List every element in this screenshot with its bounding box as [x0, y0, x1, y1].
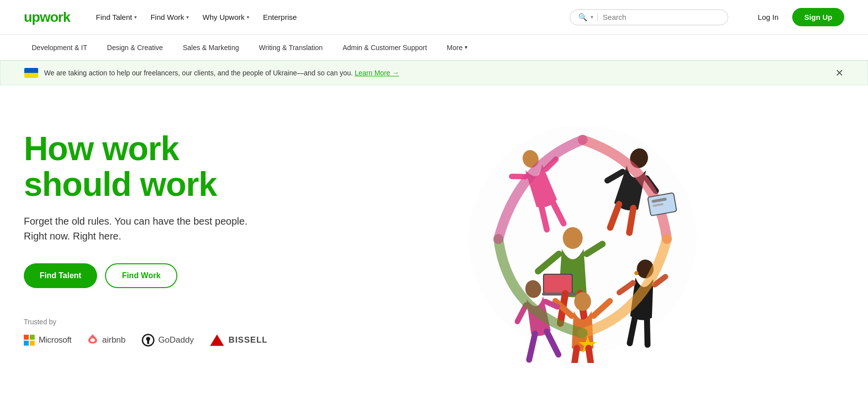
search-divider	[597, 13, 598, 21]
svg-rect-18	[542, 293, 576, 296]
svg-line-33	[573, 348, 577, 363]
svg-point-1	[146, 337, 150, 341]
microsoft-wordmark: Microsoft	[39, 335, 71, 345]
find-talent-chevron-icon: ▾	[134, 14, 137, 20]
svg-point-29	[574, 292, 591, 311]
hero-illustration	[459, 115, 706, 363]
find-talent-button[interactable]: Find Talent	[24, 263, 97, 288]
microsoft-icon	[24, 335, 35, 346]
hero-buttons: Find Talent Find Work	[24, 263, 321, 288]
secondary-nav: Development & IT Design & Creative Sales…	[0, 35, 868, 60]
godaddy-icon	[142, 334, 155, 347]
sec-nav-more[interactable]: More ▾	[439, 40, 476, 56]
sec-nav-admin[interactable]: Admin & Customer Support	[334, 40, 434, 56]
find-work-chevron-icon: ▾	[186, 14, 189, 20]
sec-nav-development[interactable]: Development & IT	[24, 40, 95, 56]
flag-yellow	[24, 73, 38, 78]
nav-find-work[interactable]: Find Work ▾	[145, 9, 195, 25]
signup-button[interactable]: Sign Up	[792, 8, 844, 26]
svg-point-15	[563, 227, 583, 249]
search-icon-group: 🔍 ▾	[578, 13, 599, 22]
hero-title: How work should work	[24, 131, 321, 202]
airbnb-logo: airbnb	[87, 334, 125, 347]
hero-subtitle: Forget the old rules. You can have the b…	[24, 214, 321, 243]
find-work-button[interactable]: Find Work	[105, 263, 177, 288]
nav-enterprise[interactable]: Enterprise	[257, 9, 303, 25]
sec-nav-design[interactable]: Design & Creative	[99, 40, 171, 56]
search-input[interactable]	[603, 13, 720, 21]
svg-line-34	[589, 348, 593, 363]
airbnb-wordmark: airbnb	[102, 335, 125, 345]
why-upwork-chevron-icon: ▾	[247, 14, 249, 20]
svg-line-28	[645, 317, 650, 345]
bissell-logo: BISSELL	[210, 334, 268, 347]
godaddy-wordmark: GoDaddy	[159, 335, 194, 345]
hero-right	[321, 115, 844, 363]
nav-find-talent[interactable]: Find Talent ▾	[90, 9, 143, 25]
hero-left: How work should work Forget the old rule…	[24, 131, 321, 347]
header-actions: Log In Sign Up	[752, 8, 844, 26]
search-magnifier-icon: 🔍	[578, 13, 588, 22]
hero-section: How work should work Forget the old rule…	[0, 85, 868, 383]
banner-close-button[interactable]: ✕	[835, 68, 844, 78]
svg-rect-17	[544, 275, 572, 293]
svg-marker-3	[210, 335, 224, 346]
search-bar[interactable]: 🔍 ▾	[570, 9, 728, 25]
sec-nav-writing[interactable]: Writing & Translation	[251, 40, 331, 56]
ukraine-banner: We are taking action to help our freelan…	[0, 60, 868, 85]
svg-rect-2	[147, 341, 149, 344]
trusted-section: Trusted by Microsoft	[24, 318, 321, 347]
upwork-logo[interactable]: upwork	[24, 9, 70, 25]
nav-why-upwork[interactable]: Why Upwork ▾	[197, 9, 255, 25]
banner-text: We are taking action to help our freelan…	[44, 69, 844, 77]
banner-learn-more-link[interactable]: Learn More →	[355, 69, 399, 77]
more-chevron-icon: ▾	[465, 44, 468, 51]
trusted-label: Trusted by	[24, 318, 321, 326]
search-dropdown-chevron-icon: ▾	[591, 14, 594, 20]
bissell-wordmark: BISSELL	[228, 335, 268, 345]
godaddy-logo: GoDaddy	[142, 334, 194, 347]
bissell-icon	[210, 334, 224, 347]
trusted-logos: Microsoft airbnb	[24, 334, 321, 347]
header: upwork Find Talent ▾ Find Work ▾ Why Upw…	[0, 0, 868, 35]
login-button[interactable]: Log In	[752, 9, 785, 25]
main-nav: Find Talent ▾ Find Work ▾ Why Upwork ▾ E…	[90, 9, 554, 25]
sec-nav-sales[interactable]: Sales & Marketing	[175, 40, 247, 56]
flag-blue	[24, 68, 38, 73]
ukraine-flag-icon	[24, 68, 38, 78]
airbnb-icon	[87, 334, 98, 347]
microsoft-logo: Microsoft	[24, 335, 71, 346]
